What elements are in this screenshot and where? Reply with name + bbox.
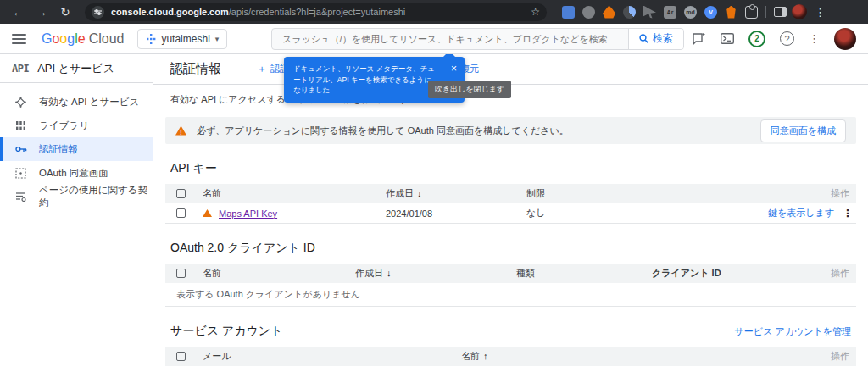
column-created[interactable]: 作成日↓ xyxy=(355,267,516,280)
row-warning-icon xyxy=(203,209,212,217)
warning-icon: ! xyxy=(175,126,186,136)
popup-close-icon[interactable]: × xyxy=(451,64,457,73)
url-domain: console.cloud.google.com xyxy=(111,7,229,17)
oauth-empty-message: 表示する OAuth クライアントがありません xyxy=(165,283,856,307)
page-title: 認証情報 xyxy=(170,61,221,77)
google-cloud-logo[interactable]: Google Cloud xyxy=(42,31,124,47)
search-button[interactable]: 検索 xyxy=(628,29,683,49)
select-all-checkbox[interactable] xyxy=(176,189,186,198)
column-actions: 操作 xyxy=(805,350,856,363)
sidebar-item-label: 有効な API とサービス xyxy=(39,96,139,108)
sidebar-item-page-usage-agreements[interactable]: ページの使用に関する契約 xyxy=(0,185,153,208)
service-accounts-table-header: メール 名前↑ 操作 xyxy=(165,347,856,366)
side-panel-icon[interactable] xyxy=(774,7,787,17)
column-created[interactable]: 作成日↓ xyxy=(386,187,526,200)
column-name: 名前 xyxy=(203,187,386,200)
project-selector[interactable]: yutaimeshi ▾ xyxy=(137,29,227,49)
extension-clock-icon[interactable] xyxy=(623,6,636,19)
forward-icon[interactable]: → xyxy=(32,6,51,19)
service-accounts-empty-message: 表示するサービス アカウントがありません xyxy=(165,366,856,372)
manage-service-accounts-link[interactable]: サービス アカウントを管理 xyxy=(735,325,851,338)
api-key-restrictions: なし xyxy=(526,207,704,219)
service-accounts-section: サービス アカウント サービス アカウントを管理 メール 名前↑ 操作 表示する… xyxy=(165,324,856,372)
main-content: 認証情報 ＋ 認証情報を作成 削除 復元 ドキュメント、リソース メタデータ、チ… xyxy=(153,54,868,372)
cloud-wordmark: Cloud xyxy=(89,31,125,47)
consent-screen-icon xyxy=(14,168,27,179)
column-name: 名前 xyxy=(203,267,355,280)
sidebar-item-library[interactable]: ライブラリ xyxy=(0,114,153,137)
oauth-clients-section: OAuth 2.0 クライアント ID 名前 作成日↓ 種類 クライアント ID… xyxy=(165,241,856,307)
plus-icon: ＋ xyxy=(257,62,267,76)
api-keys-heading: API キー xyxy=(170,161,217,176)
nav-menu-icon[interactable] xyxy=(12,34,26,44)
column-email: メール xyxy=(203,350,461,363)
site-settings-icon[interactable] xyxy=(92,6,104,19)
notifications-badge[interactable]: 2 xyxy=(748,31,765,47)
browser-toolbar: ← → ↻ console.cloud.google.com/apis/cred… xyxy=(0,0,868,24)
key-icon xyxy=(14,145,27,153)
sidebar-header: API API とサービス xyxy=(0,54,153,83)
search-input[interactable] xyxy=(272,34,628,44)
sidebar-item-label: 認証情報 xyxy=(39,143,78,156)
back-icon[interactable]: ← xyxy=(8,6,27,19)
api-key-created: 2024/01/08 xyxy=(386,208,526,219)
agreements-icon xyxy=(14,192,27,202)
bookmark-star-icon[interactable]: ☆ xyxy=(531,6,540,18)
api-key-name-link[interactable]: Maps API Key xyxy=(219,208,277,219)
dashboard-icon xyxy=(14,97,27,108)
api-service-logo: API xyxy=(12,63,29,75)
extensions-area: Ar md V xyxy=(562,6,758,19)
extension-translate-icon[interactable] xyxy=(562,6,575,19)
page-toolbar: 認証情報 ＋ 認証情報を作成 削除 復元 xyxy=(153,54,868,85)
user-avatar[interactable] xyxy=(834,28,856,50)
sidebar-item-label: OAuth 同意画面 xyxy=(39,167,108,180)
extension-generic-icon[interactable] xyxy=(582,6,595,19)
search-bar[interactable]: 検索 xyxy=(271,28,684,50)
extension-hydrant-icon[interactable] xyxy=(725,6,737,19)
sidebar-item-label: ページの使用に関する契約 xyxy=(39,184,153,209)
reload-icon[interactable]: ↻ xyxy=(56,6,75,19)
select-all-checkbox[interactable] xyxy=(176,352,186,361)
console-header: Google Cloud yutaimeshi ▾ 検索 2 ? ⋮ xyxy=(0,24,868,54)
feedback-icon[interactable] xyxy=(693,33,706,45)
oauth-warning-banner: ! 必ず、アプリケーションに関する情報を使用して OAuth 同意画面を構成して… xyxy=(165,117,856,144)
address-bar[interactable]: console.cloud.google.com/apis/credential… xyxy=(85,3,547,21)
select-all-checkbox[interactable] xyxy=(176,269,186,278)
browser-profile-avatar[interactable] xyxy=(792,4,807,19)
show-key-link[interactable]: 鍵を表示します xyxy=(768,207,834,219)
extensions-puzzle-icon[interactable] xyxy=(745,6,758,19)
help-icon[interactable]: ? xyxy=(780,31,794,46)
extension-flame-icon[interactable] xyxy=(603,6,615,19)
cloud-shell-icon[interactable] xyxy=(721,33,734,44)
sidebar-item-credentials[interactable]: 認証情報 xyxy=(0,137,153,161)
sort-desc-icon: ↓ xyxy=(387,268,392,278)
oauth-heading: OAuth 2.0 クライアント ID xyxy=(170,241,315,256)
column-actions: 操作 xyxy=(805,267,856,280)
sidebar-title: API とサービス xyxy=(37,61,114,76)
header-actions: 2 ? ⋮ xyxy=(693,28,856,50)
extension-cursor-icon[interactable] xyxy=(643,6,656,19)
row-menu-icon[interactable]: ⋮ xyxy=(843,208,853,219)
configure-consent-screen-button[interactable]: 同意画面を構成 xyxy=(760,119,846,142)
sidebar: API API とサービス 有効な API とサービス ライブラリ 認証情報 xyxy=(0,54,153,372)
sidebar-item-enabled-apis[interactable]: 有効な API とサービス xyxy=(0,90,153,114)
api-keys-table-header: 名前 作成日↓ 制限 操作 xyxy=(165,184,856,203)
extension-md-icon[interactable]: md xyxy=(684,6,697,19)
column-name[interactable]: 名前↑ xyxy=(461,350,805,363)
project-name: yutaimeshi xyxy=(161,33,209,45)
extension-ar-icon[interactable]: Ar xyxy=(664,6,676,19)
sidebar-item-oauth-consent[interactable]: OAuth 同意画面 xyxy=(0,161,153,185)
sidebar-item-label: ライブラリ xyxy=(39,119,89,132)
header-more-icon[interactable]: ⋮ xyxy=(809,32,820,45)
close-callout-tooltip: 吹き出しを閉じます xyxy=(428,81,511,98)
row-checkbox[interactable] xyxy=(176,208,186,218)
api-key-row: Maps API Key 2024/01/08 なし 鍵を表示します ⋮ xyxy=(165,203,856,224)
url-text[interactable]: console.cloud.google.com/apis/credential… xyxy=(111,7,526,17)
column-type: 種類 xyxy=(516,267,652,280)
column-actions: 操作 xyxy=(704,187,856,200)
extension-v-icon[interactable]: V xyxy=(704,6,717,19)
browser-menu-icon[interactable]: ⋮ xyxy=(812,6,828,19)
oauth-table-header: 名前 作成日↓ 種類 クライアント ID 操作 xyxy=(165,264,856,283)
library-icon xyxy=(14,120,27,131)
service-accounts-heading: サービス アカウント xyxy=(170,324,283,339)
